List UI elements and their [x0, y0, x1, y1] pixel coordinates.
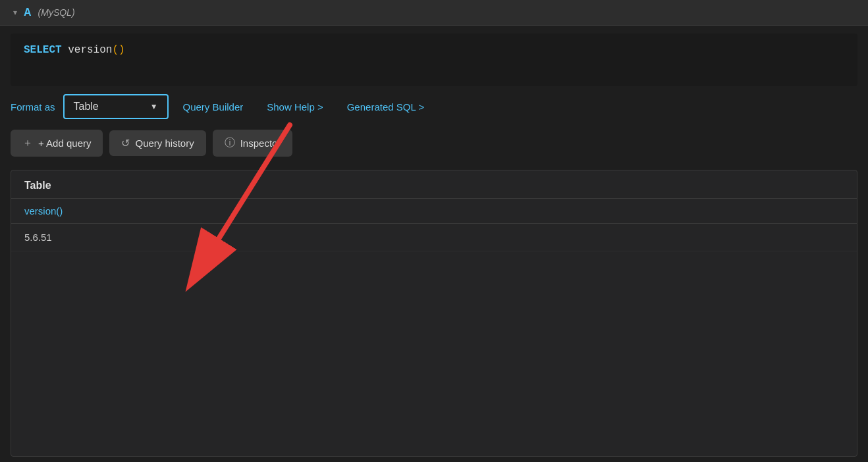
chevron-icon: ▾ — [13, 8, 17, 17]
info-icon: ⓘ — [225, 136, 235, 150]
inspector-label: Inspector — [240, 138, 281, 149]
column-header: version() — [11, 199, 857, 224]
add-query-label: + Add query — [38, 138, 91, 149]
sql-keyword: SELECT — [24, 44, 62, 56]
connection-letter: A — [24, 7, 32, 18]
connection-db-label: (MySQL) — [38, 7, 75, 18]
sql-function: version — [62, 44, 113, 56]
show-help-button[interactable]: Show Help > — [258, 96, 332, 118]
connection-bar: ▾ A (MySQL) — [0, 0, 868, 26]
format-as-label: Format as — [11, 101, 55, 113]
plus-icon: ＋ — [22, 136, 33, 150]
inspector-button[interactable]: ⓘ Inspector — [213, 130, 293, 157]
query-history-button[interactable]: ↺ Query history — [109, 130, 205, 156]
results-table: version() 5.6.51 — [11, 199, 857, 251]
format-selected-value: Table — [74, 101, 144, 113]
format-select-dropdown[interactable]: Table ▼ — [63, 94, 169, 119]
dropdown-arrow-icon: ▼ — [150, 102, 158, 111]
query-builder-button[interactable]: Query Builder — [174, 96, 253, 118]
action-row: ＋ + Add query ↺ Query history ⓘ Inspecto… — [0, 127, 868, 165]
add-query-button[interactable]: ＋ + Add query — [11, 130, 103, 157]
row-value: 5.6.51 — [11, 224, 857, 251]
generated-sql-button[interactable]: Generated SQL > — [338, 96, 433, 118]
query-history-label: Query history — [135, 138, 194, 149]
sql-paren-open: ( — [112, 44, 119, 56]
results-area: Table version() 5.6.51 — [11, 170, 857, 457]
sql-paren-close: ) — [119, 44, 125, 56]
toolbar-row: Format as Table ▼ Query Builder Show Hel… — [0, 86, 868, 127]
results-title: Table — [11, 170, 857, 199]
history-icon: ↺ — [121, 137, 130, 149]
sql-editor[interactable]: SELECT version() — [11, 34, 857, 86]
table-header-row: version() — [11, 199, 857, 224]
table-row: 5.6.51 — [11, 224, 857, 251]
